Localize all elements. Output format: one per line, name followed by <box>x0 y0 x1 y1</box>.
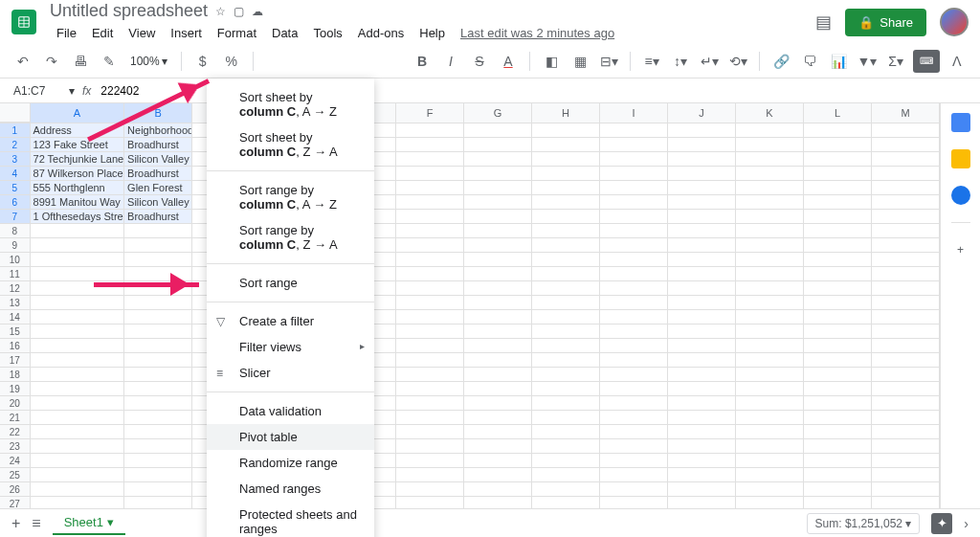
cell[interactable] <box>532 210 600 224</box>
cell[interactable] <box>532 138 600 152</box>
cell[interactable] <box>668 224 736 238</box>
cell[interactable] <box>396 123 464 138</box>
cell[interactable] <box>668 482 736 497</box>
row-header[interactable]: 3 <box>0 152 31 167</box>
cell[interactable] <box>668 123 736 138</box>
cell[interactable] <box>31 310 125 324</box>
cell[interactable] <box>396 468 464 482</box>
cell[interactable] <box>31 396 125 411</box>
cell[interactable] <box>804 324 872 339</box>
cell[interactable] <box>600 138 668 152</box>
menu-help[interactable]: Help <box>412 23 452 43</box>
cell[interactable] <box>872 339 940 353</box>
cell[interactable] <box>600 123 668 138</box>
cell[interactable] <box>804 382 872 396</box>
cell[interactable] <box>396 267 464 281</box>
cell[interactable] <box>736 195 804 210</box>
cell[interactable]: Glen Forest <box>124 181 192 195</box>
cell[interactable] <box>668 238 736 253</box>
cell[interactable] <box>804 454 872 468</box>
column-header[interactable]: H <box>532 103 600 123</box>
cell[interactable] <box>804 267 872 281</box>
cell[interactable] <box>872 324 940 339</box>
cell[interactable] <box>532 167 600 181</box>
cell[interactable] <box>600 353 668 368</box>
cell[interactable] <box>600 411 668 425</box>
quicksum-dropdown[interactable]: Sum: $1,251,052 ▾ <box>807 513 921 534</box>
row-header[interactable]: 26 <box>0 482 31 497</box>
cell[interactable] <box>464 138 532 152</box>
cell[interactable] <box>396 310 464 324</box>
cell[interactable] <box>464 281 532 296</box>
cell[interactable] <box>804 296 872 310</box>
format-currency-button[interactable]: $ <box>191 50 214 73</box>
cell[interactable] <box>532 339 600 353</box>
cell[interactable] <box>396 167 464 181</box>
cell[interactable] <box>396 324 464 339</box>
cell[interactable] <box>396 281 464 296</box>
cell[interactable]: Broadhurst <box>124 167 192 181</box>
cell[interactable] <box>396 454 464 468</box>
cell[interactable] <box>872 224 940 238</box>
explore-button[interactable]: ✦ <box>931 513 952 534</box>
cell[interactable] <box>31 238 125 253</box>
cell[interactable]: 8991 Manitou Way <box>31 195 125 210</box>
cell[interactable] <box>804 138 872 152</box>
add-sheet-button[interactable]: + <box>11 515 20 532</box>
cell[interactable] <box>600 224 668 238</box>
paint-format-button[interactable]: ✎ <box>98 50 121 73</box>
cell[interactable] <box>804 368 872 382</box>
cell[interactable] <box>668 195 736 210</box>
cell[interactable] <box>396 396 464 411</box>
cell[interactable] <box>124 468 192 482</box>
cell[interactable] <box>668 324 736 339</box>
cell[interactable] <box>804 152 872 167</box>
cell[interactable] <box>464 368 532 382</box>
row-header[interactable]: 18 <box>0 368 31 382</box>
cell[interactable] <box>736 482 804 497</box>
cell[interactable] <box>124 454 192 468</box>
cell[interactable] <box>532 454 600 468</box>
cell[interactable] <box>532 324 600 339</box>
cell[interactable]: Silicon Valley <box>124 152 192 167</box>
cell[interactable] <box>396 238 464 253</box>
cell[interactable] <box>668 138 736 152</box>
cell[interactable] <box>600 454 668 468</box>
cell[interactable]: Address <box>31 123 125 138</box>
cell[interactable] <box>736 468 804 482</box>
cell[interactable] <box>124 339 192 353</box>
cell[interactable] <box>668 468 736 482</box>
tasks-addon-icon[interactable] <box>951 186 970 205</box>
cell[interactable] <box>872 468 940 482</box>
cell[interactable] <box>736 238 804 253</box>
cell[interactable] <box>668 281 736 296</box>
row-header[interactable]: 8 <box>0 224 31 238</box>
cell[interactable] <box>600 296 668 310</box>
cell[interactable] <box>124 224 192 238</box>
cell[interactable] <box>532 382 600 396</box>
cell[interactable] <box>600 281 668 296</box>
cell[interactable] <box>396 296 464 310</box>
account-avatar[interactable] <box>940 8 969 36</box>
cell[interactable] <box>736 167 804 181</box>
cell[interactable] <box>464 497 532 508</box>
cell[interactable] <box>804 224 872 238</box>
menu-item[interactable]: Data validation <box>207 398 374 424</box>
cell[interactable] <box>668 267 736 281</box>
menu-item[interactable]: ▽Create a filter <box>207 308 374 334</box>
cell[interactable] <box>532 224 600 238</box>
row-header[interactable]: 9 <box>0 238 31 253</box>
cell[interactable] <box>668 396 736 411</box>
cell[interactable] <box>124 253 192 267</box>
cell[interactable] <box>668 167 736 181</box>
menu-item[interactable]: Pivot table <box>207 424 374 450</box>
cell[interactable] <box>464 123 532 138</box>
cell[interactable] <box>872 353 940 368</box>
cell[interactable] <box>736 123 804 138</box>
cell[interactable] <box>31 482 125 497</box>
menu-file[interactable]: File <box>50 23 83 43</box>
cell[interactable] <box>464 296 532 310</box>
cell[interactable] <box>872 368 940 382</box>
halign-button[interactable]: ≡▾ <box>640 50 663 73</box>
cell[interactable] <box>600 425 668 439</box>
